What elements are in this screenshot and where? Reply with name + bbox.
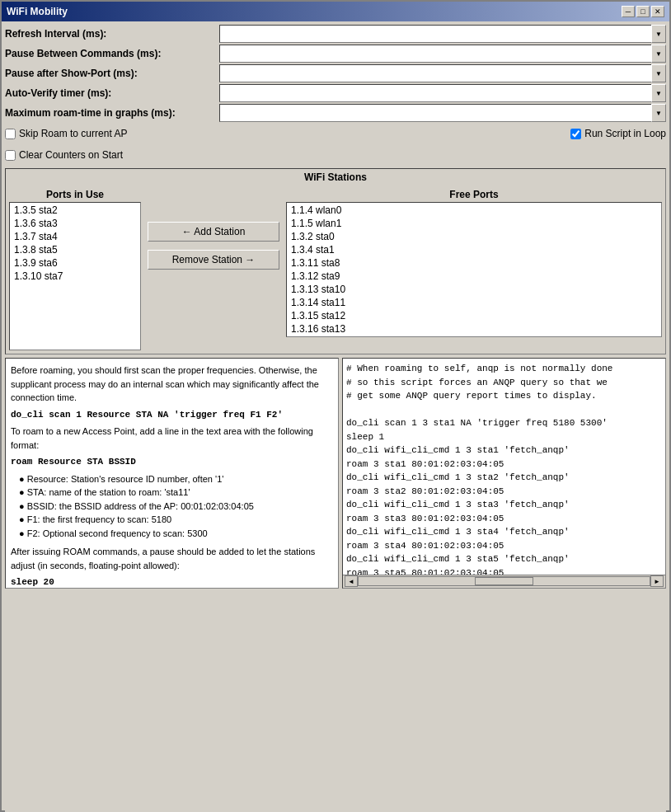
list-item[interactable]: 1.3.5 sta2 (11, 204, 139, 217)
script-line: sleep 1 (346, 430, 662, 444)
add-station-button[interactable]: ← Add Station (148, 222, 279, 242)
help-list: Resource: Station's resource ID number, … (11, 472, 333, 541)
pause-between-input-wrap: 50 ▼ (219, 45, 666, 63)
list-item[interactable]: 1.3.16 sta13 (288, 322, 660, 336)
run-script-checkbox[interactable] (570, 129, 581, 139)
auto-verify-dropdown-btn[interactable]: ▼ (651, 84, 666, 102)
list-item[interactable]: 1.3.15 sta12 (288, 309, 660, 322)
checkboxes-section2: Clear Counters on Start (5, 145, 666, 165)
list-item[interactable]: 1.3.12 sta9 (288, 270, 660, 283)
clear-counters-label: Clear Counters on Start (19, 149, 123, 161)
pause-show-port-input-wrap: 1000 ▼ (219, 64, 666, 82)
max-roam-dropdown-btn[interactable]: ▼ (651, 104, 666, 122)
max-roam-label: Maximum roam-time in graphs (ms): (5, 107, 219, 119)
auto-verify-row: Auto-Verify timer (ms): 1000 ▼ (5, 84, 666, 102)
max-roam-input-wrap: 250 ▼ (219, 104, 666, 122)
auto-verify-field: 1000 ▼ (219, 84, 666, 102)
max-roam-row: Maximum roam-time in graphs (ms): 250 ▼ (5, 104, 666, 122)
pause-between-field: 50 ▼ (219, 45, 666, 63)
script-line (346, 403, 662, 417)
refresh-interval-dropdown-btn[interactable]: ▼ (651, 25, 666, 43)
free-ports-label: Free Ports (286, 189, 662, 200)
help-para3: After issuing ROAM commands, a pause sho… (11, 545, 333, 572)
auto-verify-input-wrap: 1000 ▼ (219, 84, 666, 102)
refresh-interval-label: Refresh Interval (ms): (5, 28, 219, 40)
list-item[interactable]: 1.3.2 sta0 (288, 230, 660, 243)
ports-in-use-label: Ports in Use (9, 189, 141, 200)
main-window: WiFi Mobility ─ □ ✕ Refresh Interval (ms… (0, 0, 671, 812)
script-line: do_cli wifi_cli_cmd 1 3 sta2 'fetch_anqp… (346, 471, 662, 485)
max-roam-field: 250 ▼ (219, 104, 666, 122)
pause-between-row: Pause Between Commands (ms): 50 ▼ (5, 45, 666, 63)
pause-show-port-input[interactable]: 1000 (219, 64, 666, 82)
list-item[interactable]: 1.3.8 sta5 (11, 243, 139, 256)
list-item: F1: the first frequency to scan: 5180 (19, 513, 333, 527)
help-panel: Before roaming, you should first scan th… (5, 358, 339, 589)
run-script-label: Run Script in Loop (584, 128, 666, 139)
help-code3: sleep 20 (11, 575, 333, 589)
ports-in-use-column: Ports in Use 1.3.5 sta21.3.6 sta31.3.7 s… (9, 189, 141, 350)
script-line: # get some ANQP query report times to di… (346, 389, 662, 403)
list-item[interactable]: 1.1.5 wlan1 (288, 217, 660, 230)
script-content[interactable]: # When roaming to self, anqp is not norm… (343, 359, 665, 575)
script-line: do_cli wifi_cli_cmd 1 3 sta1 'fetch_anqp… (346, 444, 662, 458)
title-bar-buttons: ─ □ ✕ (622, 6, 664, 17)
list-item[interactable]: 1.3.9 sta6 (11, 256, 139, 270)
ports-in-use-listbox[interactable]: 1.3.5 sta21.3.6 sta31.3.7 sta41.3.8 sta5… (9, 202, 141, 350)
checkboxes-section: Skip Roam to current AP Run Script in Lo… (5, 124, 666, 143)
pause-show-port-dropdown-btn[interactable]: ▼ (651, 64, 666, 82)
pause-show-port-label: Pause after Show-Port (ms): (5, 68, 219, 79)
script-line: roam 3 sta2 80:01:02:03:04:05 (346, 485, 662, 499)
content-area: Refresh Interval (ms): 5000 ▼ Pause Betw… (2, 21, 669, 812)
pause-show-port-field: 1000 ▼ (219, 64, 666, 82)
pause-between-input[interactable]: 50 (219, 45, 666, 63)
script-line: do_cli wifi_cli_cmd 1 3 sta4 'fetch_anqp… (346, 525, 662, 539)
list-item[interactable]: 1.3.4 sta1 (288, 243, 660, 256)
refresh-interval-input-wrap: 5000 ▼ (219, 25, 666, 43)
refresh-interval-input[interactable]: 5000 (219, 25, 666, 43)
refresh-interval-field: 5000 ▼ (219, 25, 666, 43)
skip-roam-row: Skip Roam to current AP (5, 125, 127, 142)
pause-between-label: Pause Between Commands (ms): (5, 48, 219, 59)
hscroll-thumb[interactable] (475, 577, 533, 585)
help-code2: roam Resource STA BSSID (11, 455, 333, 469)
run-script-row: Run Script in Loop (570, 125, 666, 142)
minimize-button[interactable]: ─ (622, 6, 635, 17)
maximize-button[interactable]: □ (636, 6, 650, 17)
pause-between-dropdown-btn[interactable]: ▼ (651, 45, 666, 63)
wifi-stations-title: WiFi Stations (6, 169, 665, 185)
list-item[interactable]: 1.3.10 sta7 (11, 270, 139, 283)
script-line: roam 3 sta3 80:01:02:03:04:05 (346, 512, 662, 526)
bottom-section: Before roaming, you should first scan th… (5, 358, 666, 589)
clear-counters-row: Clear Counters on Start (5, 147, 123, 163)
list-item[interactable]: 1.3.14 sta11 (288, 296, 660, 309)
spacer-panel (5, 590, 666, 813)
scroll-left-btn[interactable]: ◄ (345, 575, 358, 587)
refresh-interval-row: Refresh Interval (ms): 5000 ▼ (5, 25, 666, 43)
skip-roam-checkbox[interactable] (5, 129, 16, 139)
auto-verify-label: Auto-Verify timer (ms): (5, 87, 219, 99)
scroll-right-btn[interactable]: ► (650, 575, 664, 587)
list-item[interactable]: 1.3.13 sta10 (288, 283, 660, 296)
auto-verify-input[interactable]: 1000 (219, 84, 666, 102)
script-line: do_cli wifi_cli_cmd 1 3 sta3 'fetch_anqp… (346, 498, 662, 512)
free-ports-listbox[interactable]: 1.1.4 wlan01.1.5 wlan11.3.2 sta01.3.4 st… (286, 202, 662, 337)
close-button[interactable]: ✕ (651, 6, 664, 17)
free-ports-column: Free Ports 1.1.4 wlan01.1.5 wlan11.3.2 s… (286, 189, 662, 337)
list-item: STA: name of the station to roam: 'sta11… (19, 486, 333, 500)
script-panel: # When roaming to self, anqp is not norm… (342, 358, 666, 589)
max-roam-input[interactable]: 250 (219, 104, 666, 122)
pause-show-port-row: Pause after Show-Port (ms): 1000 ▼ (5, 64, 666, 82)
script-line: # so this script forces an ANQP query so… (346, 376, 662, 390)
script-line: # When roaming to self, anqp is not norm… (346, 362, 662, 376)
wifi-stations-panel: WiFi Stations Ports in Use 1.3.5 sta21.3… (5, 168, 666, 354)
clear-counters-checkbox[interactable] (5, 150, 16, 161)
list-item[interactable]: 1.1.4 wlan0 (288, 204, 660, 217)
list-item[interactable]: 1.3.6 sta3 (11, 217, 139, 230)
window-title: WiFi Mobility (7, 6, 68, 17)
title-bar: WiFi Mobility ─ □ ✕ (2, 2, 669, 21)
list-item[interactable]: 1.3.7 sta4 (11, 230, 139, 243)
list-item: Resource: Station's resource ID number, … (19, 472, 333, 486)
list-item[interactable]: 1.3.11 sta8 (288, 256, 660, 270)
remove-station-button[interactable]: Remove Station → (148, 250, 279, 270)
